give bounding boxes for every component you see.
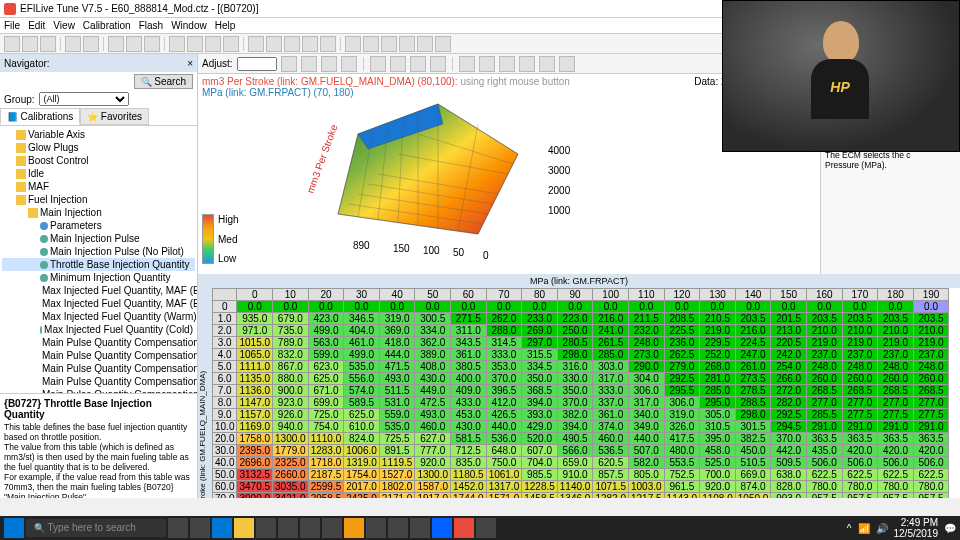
data-cell[interactable]: 0.0 — [308, 301, 344, 313]
toolbar-btn[interactable] — [381, 36, 397, 52]
data-cell[interactable]: 857.5 — [593, 469, 629, 481]
data-cell[interactable]: 453.0 — [451, 409, 487, 421]
data-cell[interactable]: 638.0 — [771, 469, 807, 481]
data-cell[interactable]: 750.0 — [486, 457, 522, 469]
data-cell[interactable]: 295.0 — [700, 397, 736, 409]
taskbar-date[interactable]: 12/5/2019 — [894, 528, 939, 539]
data-cell[interactable]: 316.0 — [557, 361, 593, 373]
store-icon[interactable] — [256, 518, 276, 538]
data-cell[interactable]: 261.5 — [593, 337, 629, 349]
data-cell[interactable]: 458.0 — [700, 445, 736, 457]
data-cell[interactable]: 277.0 — [806, 397, 842, 409]
col-header[interactable]: 50 — [415, 289, 451, 301]
tree-item[interactable]: Main Pulse Quantity Compensation 3 — [2, 362, 195, 375]
data-cell[interactable]: 237.0 — [878, 349, 914, 361]
data-cell[interactable]: 0.0 — [379, 301, 415, 313]
data-cell[interactable]: 1228.5 — [522, 481, 558, 493]
data-cell[interactable]: 957.5 — [842, 493, 878, 499]
data-cell[interactable]: 490.5 — [557, 433, 593, 445]
data-cell[interactable]: 531.0 — [379, 397, 415, 409]
data-cell[interactable]: 370.0 — [771, 433, 807, 445]
data-cell[interactable]: 780.0 — [806, 481, 842, 493]
data-cell[interactable]: 213.0 — [771, 325, 807, 337]
data-cell[interactable]: 369.0 — [379, 325, 415, 337]
toolbar-btn[interactable] — [126, 36, 142, 52]
app-icon[interactable] — [300, 518, 320, 538]
data-cell[interactable]: 940.0 — [273, 421, 309, 433]
col-header[interactable]: 180 — [878, 289, 914, 301]
data-cell[interactable]: 334.0 — [415, 325, 451, 337]
data-cell[interactable]: 248.0 — [878, 361, 914, 373]
data-cell[interactable]: 1015.0 — [237, 337, 273, 349]
data-cell[interactable]: 250.0 — [557, 325, 593, 337]
toolbar-btn[interactable] — [205, 36, 221, 52]
data-cell[interactable]: 389.0 — [415, 349, 451, 361]
app-icon[interactable] — [388, 518, 408, 538]
data-cell[interactable]: 210.0 — [842, 325, 878, 337]
data-cell[interactable]: 333.0 — [593, 385, 629, 397]
data-cell[interactable]: 272.0 — [771, 385, 807, 397]
data-cell[interactable]: 2325.0 — [273, 457, 309, 469]
data-cell[interactable]: 252.0 — [700, 349, 736, 361]
toolbar-btn[interactable] — [430, 56, 446, 72]
data-cell[interactable]: 319.0 — [379, 313, 415, 325]
tree-item[interactable]: Main Injection — [2, 206, 195, 219]
data-cell[interactable]: 1157.0 — [237, 409, 273, 421]
data-cell[interactable]: 1217.5 — [629, 493, 665, 499]
col-header[interactable]: 190 — [913, 289, 949, 301]
data-cell[interactable]: 295.5 — [664, 385, 700, 397]
data-cell[interactable]: 363.5 — [842, 433, 878, 445]
data-cell[interactable]: 282.0 — [771, 397, 807, 409]
data-table[interactable]: 0102030405060708090100110120130140150160… — [212, 288, 949, 498]
toolbar-btn[interactable] — [321, 56, 337, 72]
data-cell[interactable]: 203.5 — [806, 313, 842, 325]
data-cell[interactable]: 277.0 — [913, 397, 949, 409]
data-cell[interactable]: 449.0 — [415, 385, 451, 397]
data-cell[interactable]: 361.0 — [451, 349, 487, 361]
data-cell[interactable]: 582.0 — [629, 457, 665, 469]
data-cell[interactable]: 574.0 — [344, 385, 380, 397]
data-cell[interactable]: 935.0 — [237, 313, 273, 325]
toolbar-btn[interactable] — [559, 56, 575, 72]
data-cell[interactable]: 417.5 — [664, 433, 700, 445]
data-cell[interactable]: 506.0 — [842, 457, 878, 469]
data-cell[interactable]: 510.5 — [735, 457, 771, 469]
data-cell[interactable]: 219.0 — [806, 337, 842, 349]
row-header[interactable]: 0 — [213, 301, 237, 313]
data-cell[interactable]: 623.0 — [308, 361, 344, 373]
data-cell[interactable]: 346.5 — [344, 313, 380, 325]
data-cell[interactable]: 368.5 — [522, 385, 558, 397]
app-icon[interactable] — [322, 518, 342, 538]
data-cell[interactable]: 450.0 — [735, 445, 771, 457]
data-cell[interactable]: 622.5 — [913, 469, 949, 481]
data-cell[interactable]: 0.0 — [629, 301, 665, 313]
data-cell[interactable]: 3035.0 — [273, 481, 309, 493]
data-cell[interactable]: 340.0 — [629, 409, 665, 421]
data-cell[interactable]: 395.0 — [700, 433, 736, 445]
data-cell[interactable]: 1111.0 — [237, 361, 273, 373]
data-cell[interactable]: 261.0 — [735, 361, 771, 373]
col-header[interactable]: 130 — [700, 289, 736, 301]
data-cell[interactable]: 440.0 — [486, 421, 522, 433]
data-cell[interactable]: 216.0 — [593, 313, 629, 325]
data-cell[interactable]: 1317.0 — [486, 481, 522, 493]
tree-item[interactable]: Throttle Base Injection Quantity — [2, 258, 195, 271]
close-icon[interactable]: × — [187, 58, 193, 69]
data-cell[interactable]: 420.0 — [842, 445, 878, 457]
col-header[interactable]: 10 — [273, 289, 309, 301]
menu-flash[interactable]: Flash — [139, 20, 163, 31]
data-cell[interactable]: 1283.0 — [308, 445, 344, 457]
row-header[interactable]: 6.0 — [213, 373, 237, 385]
data-cell[interactable]: 280.5 — [557, 337, 593, 349]
data-cell[interactable]: 404.0 — [344, 325, 380, 337]
data-cell[interactable]: 277.5 — [842, 409, 878, 421]
toolbar-btn[interactable] — [169, 36, 185, 52]
data-cell[interactable]: 248.0 — [842, 361, 878, 373]
row-header[interactable]: 60.0 — [213, 481, 237, 493]
toolbar-btn[interactable] — [370, 56, 386, 72]
data-cell[interactable]: 559.0 — [379, 409, 415, 421]
data-cell[interactable]: 291.0 — [842, 421, 878, 433]
data-cell[interactable]: 805.0 — [629, 469, 665, 481]
data-cell[interactable]: 0.0 — [344, 301, 380, 313]
data-cell[interactable]: 394.0 — [557, 421, 593, 433]
